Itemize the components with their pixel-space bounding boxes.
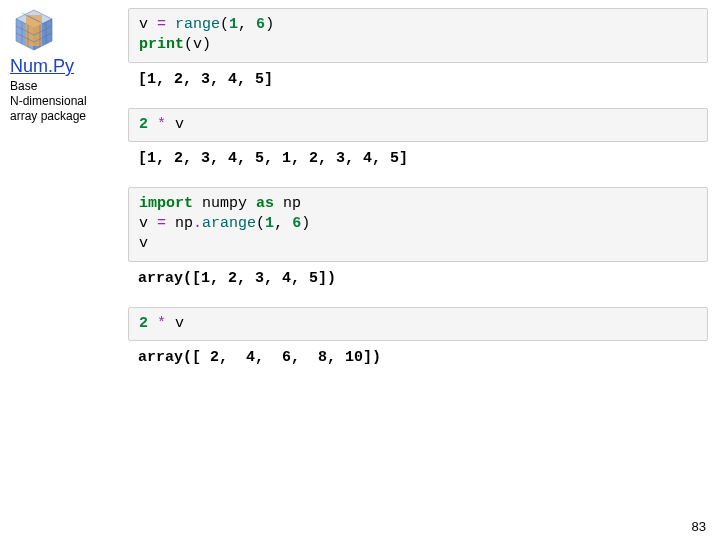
code-cell-2: 2 * v: [128, 108, 708, 142]
code-token: np: [175, 215, 193, 232]
code-token: 6: [256, 16, 265, 33]
code-token: [166, 16, 175, 33]
code-token: .: [193, 215, 202, 232]
subtitle-line-2: N-dimensional: [10, 94, 87, 108]
output-cell-2: [1, 2, 3, 4, 5, 1, 2, 3, 4, 5]: [128, 146, 708, 177]
code-token: print: [139, 36, 184, 53]
output-cell-4: array([ 2, 4, 6, 8, 10]): [128, 345, 708, 376]
code-token: [274, 195, 283, 212]
code-token: [148, 116, 157, 133]
code-token: ,: [274, 215, 292, 232]
numpy-subtitle: Base N-dimensional array package: [10, 79, 120, 124]
code-token: v: [193, 36, 202, 53]
code-token: v: [175, 315, 184, 332]
page-number: 83: [692, 519, 706, 534]
code-token: arange: [202, 215, 256, 232]
code-token: [193, 195, 202, 212]
code-token: 1: [229, 16, 238, 33]
subtitle-line-3: array package: [10, 109, 86, 123]
code-token: range: [175, 16, 220, 33]
output-cell-3: array([1, 2, 3, 4, 5]): [128, 266, 708, 297]
code-token: ,: [238, 16, 256, 33]
code-token: [148, 315, 157, 332]
code-token: [166, 215, 175, 232]
code-token: np: [283, 195, 301, 212]
code-token: ): [265, 16, 274, 33]
code-token: numpy: [202, 195, 256, 212]
numpy-logo-icon: [10, 4, 58, 52]
code-token: (: [220, 16, 229, 33]
code-token: v: [139, 215, 157, 232]
code-cell-1: v = range(1, 6) print(v): [128, 8, 708, 63]
svg-marker-3: [26, 15, 42, 46]
code-token: =: [157, 215, 166, 232]
code-token: v: [175, 116, 184, 133]
code-token: 1: [265, 215, 274, 232]
code-token: (: [184, 36, 193, 53]
code-token: 6: [292, 215, 301, 232]
code-token: v: [139, 235, 148, 252]
code-token: *: [157, 116, 166, 133]
code-token: [166, 315, 175, 332]
code-token: 2: [139, 315, 148, 332]
sidebar: Num.Py Base N-dimensional array package: [10, 4, 120, 124]
code-token: ): [202, 36, 211, 53]
code-cell-4: 2 * v: [128, 307, 708, 341]
code-token: *: [157, 315, 166, 332]
code-token: as: [256, 195, 274, 212]
code-cell-3: import numpy as np v = np.arange(1, 6) v: [128, 187, 708, 262]
output-cell-1: [1, 2, 3, 4, 5]: [128, 67, 708, 98]
code-token: import: [139, 195, 193, 212]
code-token: ): [301, 215, 310, 232]
numpy-title-link[interactable]: Num.Py: [10, 56, 120, 77]
code-token: [166, 116, 175, 133]
notebook-content: v = range(1, 6) print(v) [1, 2, 3, 4, 5]…: [128, 2, 708, 386]
code-token: 2: [139, 116, 148, 133]
code-token: (: [256, 215, 265, 232]
subtitle-line-1: Base: [10, 79, 37, 93]
code-token: =: [157, 16, 166, 33]
code-token: v: [139, 16, 157, 33]
